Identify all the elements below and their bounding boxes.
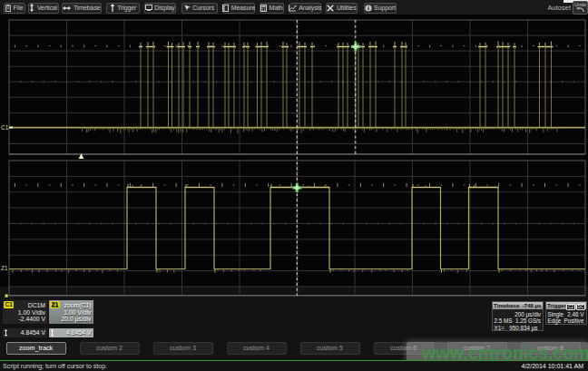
svg-text:Z1: Z1 [1,265,8,271]
svg-text:C1: C1 [1,124,9,131]
